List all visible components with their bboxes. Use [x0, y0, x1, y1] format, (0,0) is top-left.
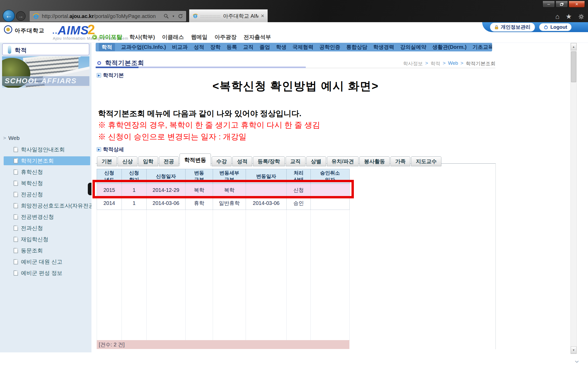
menubar-item[interactable]: 학적	[99, 43, 115, 51]
browser-chrome: – × ← → http://portal.ajou.ac.kr/portal/…	[0, 0, 588, 22]
back-button[interactable]: ←	[3, 10, 15, 22]
sidebar-item[interactable]: 예비군 편성 정보	[0, 269, 91, 277]
sidebar-item[interactable]: 전공변경신청	[0, 212, 91, 221]
sidebar-item[interactable]: 전과신청	[0, 224, 91, 233]
home-icon[interactable]: ⌂	[555, 13, 560, 21]
header-nav-item[interactable]: 이클래스	[162, 33, 184, 41]
browser-tab[interactable]: ::::::::::::::: 아주대학교 AIM... ×	[189, 9, 268, 22]
empty-cell	[213, 236, 246, 249]
sidebar-item[interactable]: 학적기본조회	[4, 156, 90, 165]
tab-item[interactable]: 전공	[159, 156, 179, 166]
tab-close-icon[interactable]: ×	[261, 13, 264, 19]
table-row[interactable]: 201412014-03-06휴학일반휴학2014-03-06승인	[97, 197, 350, 210]
restore-button[interactable]	[556, 1, 568, 8]
menubar-item[interactable]: 국제협력	[292, 44, 313, 51]
sidebar-item[interactable]: 복학신청	[0, 179, 91, 188]
header-nav-item[interactable]: 아주광장	[215, 33, 237, 41]
search-icon[interactable]	[164, 14, 169, 19]
tab-item[interactable]: 입학	[138, 156, 158, 166]
menubar-item[interactable]: 장학	[210, 44, 221, 51]
menubar-item[interactable]: 강의실예약	[400, 44, 426, 51]
tab-item[interactable]: 기본	[97, 156, 117, 166]
sidebar-collapse-handle[interactable]	[88, 183, 91, 195]
scroll-up-button[interactable]: ▲	[571, 43, 577, 50]
empty-cell	[311, 223, 350, 236]
photo-caption: SCHOOL AFFIARS	[2, 76, 89, 86]
note-extend: ※ 휴학연장의 경우, 복학이 한 줄 생기고 휴학이 다시 한 줄 생김	[98, 120, 320, 131]
refresh-icon[interactable]	[178, 14, 183, 19]
menubar-item[interactable]: 기초교육대학	[472, 44, 492, 51]
tab-item[interactable]: 지도교수	[411, 156, 441, 166]
logout-button[interactable]: Logout	[539, 23, 572, 31]
vertical-scrollbar[interactable]: ▲ ▼	[570, 43, 577, 354]
annotation-red-box	[93, 180, 354, 198]
empty-cell	[246, 314, 287, 327]
header-nav-item[interactable]: 학사(학부)	[129, 33, 155, 41]
search-dropdown-icon[interactable]: ▼	[172, 15, 175, 18]
breadcrumb-separator: >	[460, 60, 463, 67]
empty-cell	[213, 223, 246, 236]
empty-cell	[122, 210, 147, 223]
menubar-item[interactable]: 교직	[243, 44, 253, 51]
settings-gear-icon[interactable]	[578, 14, 584, 20]
sidebar-item[interactable]: 예비군 대원 신고	[0, 257, 91, 266]
menubar-item[interactable]: 교과수업(Cls.Info.)	[121, 44, 166, 51]
table-cell: 2014	[97, 197, 122, 210]
scrollbar-thumb[interactable]	[571, 51, 576, 82]
sidebar-item-label: 희망전공선호도조사(자유전공	[21, 202, 91, 209]
scroll-down-button[interactable]: ▼	[571, 346, 577, 354]
tab-item[interactable]: 학적변동	[180, 153, 211, 166]
tab-item[interactable]: 수강	[212, 156, 232, 166]
empty-cell	[147, 275, 186, 288]
browser-window: – × ← → http://portal.ajou.ac.kr/portal/…	[0, 0, 588, 367]
tab-item[interactable]: 가족	[390, 156, 410, 166]
header-nav-item[interactable]: 웹메일	[191, 33, 207, 41]
sidebar-item-label: 학사일정안내조회	[21, 146, 65, 153]
tab-item[interactable]: 성적	[232, 156, 252, 166]
menubar-item[interactable]: 성적	[194, 44, 204, 51]
empty-cell	[122, 223, 147, 236]
menubar-item[interactable]: 통합상담	[346, 44, 367, 51]
sidebar-item[interactable]: 희망전공선호도조사(자유전공	[0, 201, 91, 210]
sidebar-item[interactable]: 동문조회	[0, 246, 91, 255]
tab-item[interactable]: 등록/장학	[253, 156, 285, 166]
tab-item[interactable]: 신상	[118, 156, 137, 166]
menubar-item[interactable]: 학생경력	[373, 44, 394, 51]
close-button[interactable]: ×	[569, 1, 585, 8]
sidebar-group-label: Web	[8, 135, 20, 141]
empty-cell	[186, 288, 213, 301]
section-arrow-icon: ▶	[97, 147, 101, 152]
forward-button[interactable]: →	[16, 11, 26, 21]
menubar-item[interactable]: 졸업	[260, 44, 270, 51]
address-bar[interactable]: http://portal.ajou.ac.kr/portal/goToMyPa…	[30, 11, 186, 21]
section-detail-label: ▶ 학적상세	[97, 146, 124, 153]
tab-item[interactable]: 봉사활동	[359, 156, 390, 166]
sidebar-item[interactable]: 재입학신청	[0, 235, 91, 244]
sidebar-item[interactable]: 휴학신청	[0, 168, 91, 176]
menubar-item[interactable]: 등록	[227, 44, 237, 51]
menubar-item[interactable]: 생활관(Dorm.)	[432, 44, 466, 51]
menubar-item[interactable]: 학생	[276, 44, 286, 51]
header-nav-myportal[interactable]: ▶ 마이포탈	[92, 33, 122, 41]
example-screen-title: <복학신청 확인방법 예시 화면>	[96, 79, 495, 94]
document-icon	[14, 147, 18, 152]
empty-cell	[311, 262, 350, 275]
tab-item[interactable]: 유치/파견	[327, 156, 359, 166]
empty-cell	[311, 301, 350, 314]
sidebar-item-label: 재입학신청	[21, 236, 48, 243]
tab-item[interactable]: 상별	[306, 156, 326, 166]
minimize-button[interactable]: –	[543, 1, 555, 8]
favorites-star-icon[interactable]: ★	[566, 13, 572, 21]
header-nav-item[interactable]: 전자출석부	[244, 33, 271, 41]
section-basic-label: ▶ 학적기본	[97, 72, 124, 79]
menubar-item[interactable]: 공학인증	[319, 44, 340, 51]
menubar-item[interactable]: 비교과	[172, 44, 188, 51]
tab-item[interactable]: 교직	[286, 156, 305, 166]
sidebar-title: 학적	[15, 46, 27, 54]
privacy-management-button[interactable]: 개인정보관리	[490, 23, 535, 32]
document-icon	[14, 248, 18, 253]
empty-cell	[246, 249, 287, 262]
sidebar-item[interactable]: 전공신청	[0, 190, 91, 199]
document-icon	[14, 158, 18, 163]
sidebar-item[interactable]: 학사일정안내조회	[0, 145, 91, 154]
